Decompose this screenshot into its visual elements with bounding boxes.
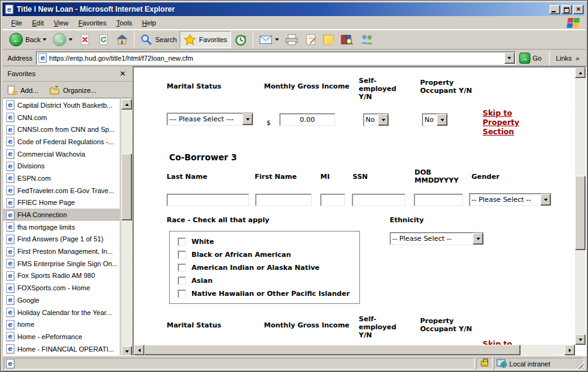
favorite-item[interactable]: ESPN.com [3, 172, 120, 184]
favorite-item[interactable]: Find Answers (Page 1 of 51) [3, 233, 120, 246]
ie-page-icon [6, 100, 14, 110]
dropdown-arrow-icon[interactable] [242, 113, 253, 125]
forward-icon: → [53, 33, 66, 46]
menu-help[interactable]: Help [137, 17, 161, 28]
race-american-indian-checkbox[interactable] [178, 264, 186, 272]
stop-button[interactable] [76, 31, 94, 48]
scroll-up-button[interactable] [575, 67, 586, 78]
scroll-down-button[interactable] [575, 334, 586, 345]
first-name-label: First Name [255, 173, 297, 181]
ethnicity-value: -- Please Select -- [390, 233, 473, 244]
ssn-input[interactable] [352, 194, 405, 206]
favorite-item[interactable]: Code of Federal Regulations -... [3, 136, 120, 148]
favorites-button[interactable]: Favorites [180, 31, 230, 48]
address-input[interactable]: https://entp.hud.gov/title1/html/f72loan… [36, 51, 516, 65]
skip-to-property-link-partial[interactable]: Skip to [483, 340, 532, 345]
favorite-item[interactable]: FFIEC Home Page [3, 197, 120, 209]
favorite-item[interactable]: Holiday Calendar for the Year... [3, 306, 120, 319]
research-button[interactable] [337, 31, 356, 48]
close-button[interactable]: ✕ [573, 5, 584, 14]
menu-tools[interactable]: Tools [112, 17, 138, 28]
favorite-item[interactable]: fha mortgage limits [3, 221, 120, 233]
gender-select[interactable]: -- Please Select -- [469, 193, 551, 206]
property-occupant-select[interactable]: No [422, 113, 448, 126]
race-asian-checkbox[interactable] [178, 277, 186, 285]
menu-file[interactable]: File [6, 17, 27, 28]
menu-edit[interactable]: Edit [27, 17, 49, 28]
go-button[interactable]: → Go [516, 51, 547, 65]
favorite-item[interactable]: FedTraveler.com E-Gov Trave... [3, 184, 120, 197]
forward-button[interactable]: → [50, 31, 76, 48]
scroll-thumb[interactable] [575, 176, 586, 250]
favorite-item[interactable]: Capital District Youth Basketb... [3, 99, 120, 111]
favorite-item[interactable]: CNN.com [3, 111, 120, 124]
address-dropdown-button[interactable] [504, 53, 515, 64]
favorite-item[interactable]: Divisions [3, 160, 120, 172]
edit-button[interactable] [302, 31, 320, 48]
scroll-thumb[interactable] [144, 345, 520, 355]
chevron-icon: » [576, 54, 579, 62]
favorite-label: Capital District Youth Basketb... [17, 102, 112, 109]
history-button[interactable] [231, 31, 250, 48]
mail-dropdown-icon[interactable] [275, 38, 279, 41]
menu-view[interactable]: View [49, 17, 74, 28]
scroll-right-button[interactable] [564, 345, 575, 355]
close-favorites-icon[interactable]: ✕ [118, 69, 128, 79]
first-name-input[interactable] [255, 194, 312, 206]
content-horizontal-scrollbar[interactable] [134, 345, 575, 355]
favorite-item-selected[interactable]: FHA Connection [3, 209, 120, 221]
favorite-item[interactable]: Home - FINANCIAL OPERATI... [3, 343, 120, 355]
links-button[interactable]: Links » [552, 54, 583, 62]
favorite-item[interactable]: Google [3, 294, 120, 306]
race-option-row: American Indian or Alaska Native [178, 264, 320, 272]
skip-to-property-link[interactable]: Skip to Property Section [483, 109, 532, 137]
dropdown-arrow-icon[interactable] [437, 114, 447, 126]
menu-favorites[interactable]: Favorites [73, 17, 111, 28]
resize-grip[interactable] [575, 360, 584, 369]
back-dropdown-icon[interactable] [43, 38, 46, 41]
messenger-button[interactable] [356, 31, 377, 48]
mail-button[interactable] [256, 31, 282, 48]
favorite-item[interactable]: Fox Sports Radio AM 980 [3, 270, 120, 282]
back-button[interactable]: ← Back [6, 31, 50, 48]
favorite-item[interactable]: home [3, 318, 120, 331]
content-vertical-scrollbar[interactable] [575, 67, 586, 345]
favorites-scrollbar[interactable] [121, 99, 132, 357]
dob-input[interactable] [414, 194, 463, 206]
print-button[interactable] [282, 31, 302, 48]
mi-input[interactable] [320, 194, 345, 206]
race-white-checkbox[interactable] [178, 238, 186, 246]
favorite-label: CNN.com [17, 114, 47, 121]
last-name-input[interactable] [167, 194, 249, 206]
favorite-item[interactable]: Home - ePeformance [3, 331, 120, 343]
organize-favorites-button[interactable]: Organize... [50, 86, 97, 95]
maximize-button[interactable] [561, 5, 572, 14]
notes-button[interactable] [320, 31, 337, 48]
monthly-gross-income-input[interactable] [279, 113, 335, 126]
dropdown-arrow-icon[interactable] [473, 233, 483, 244]
ethnicity-select[interactable]: -- Please Select -- [390, 232, 484, 245]
race-black-checkbox[interactable] [178, 251, 186, 259]
dropdown-arrow-icon[interactable] [378, 114, 388, 126]
forward-dropdown-icon[interactable] [69, 38, 72, 41]
favorite-item[interactable]: Commercial Wachovia [3, 148, 120, 160]
home-button[interactable] [113, 31, 131, 48]
favorite-item[interactable]: FOXSports.com - Home [3, 282, 120, 294]
scroll-left-button[interactable] [134, 345, 144, 355]
scroll-up-button[interactable] [121, 99, 132, 110]
favorite-item[interactable]: FMS Enterprise Single Sign On... [3, 257, 120, 270]
self-employed-select[interactable]: No [363, 113, 389, 126]
favorite-item[interactable]: First Preston Management, In... [3, 245, 120, 257]
ie-logo-icon: e [4, 4, 14, 14]
refresh-button[interactable] [94, 31, 113, 48]
search-button[interactable]: Search [137, 31, 180, 48]
dropdown-arrow-icon[interactable] [540, 194, 551, 205]
race-hawaiian-checkbox[interactable] [178, 290, 186, 298]
minimize-button[interactable] [550, 5, 560, 14]
favorite-item[interactable]: CNNSI.com from CNN and Sp... [3, 123, 120, 136]
add-favorite-button[interactable]: Add... [7, 85, 38, 95]
scroll-thumb[interactable] [121, 154, 132, 220]
ssn-label: SSN [353, 173, 368, 181]
marital-status-select[interactable]: --- Please Select --- [167, 113, 253, 126]
race-heading: Race - Check all that apply [167, 216, 270, 224]
